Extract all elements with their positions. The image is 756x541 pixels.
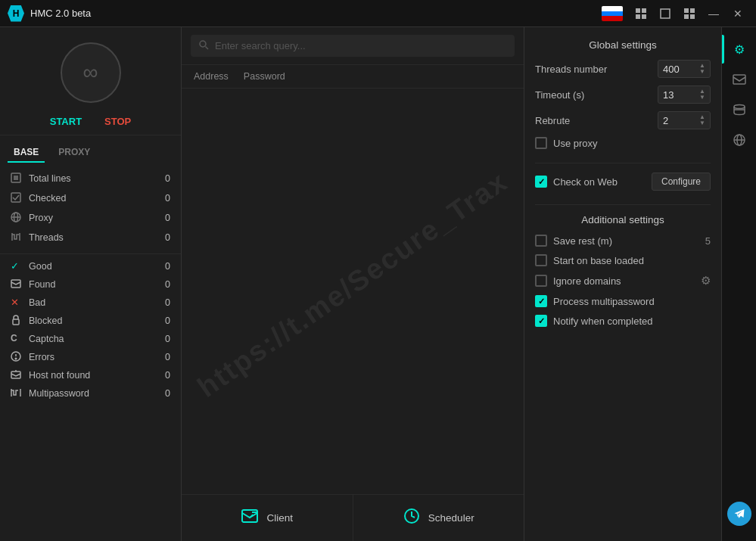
checked-value: 0 [155,193,170,204]
ignore-domains-row: Ignore domains ⚙ [535,274,711,288]
start-on-base-loaded-label[interactable]: Start on base loaded [553,255,644,266]
timeout-down-arrow[interactable]: ▼ [699,95,705,101]
use-proxy-row: Use proxy [535,137,711,149]
ignore-domains-gear-icon[interactable]: ⚙ [701,274,711,288]
active-indicator [722,35,724,64]
scheduler-button[interactable]: Scheduler [353,495,524,541]
host-not-found-icon [11,369,23,381]
result-host-not-found: Host not found 0 [0,366,181,384]
bad-value: 0 [155,297,170,308]
scheduler-label: Scheduler [428,512,474,524]
timeout-input[interactable]: 13 ▲ ▼ [658,86,711,104]
rebrute-value: 2 [663,115,668,126]
telegram-button[interactable] [727,502,751,526]
save-rest-checkbox[interactable] [535,235,547,247]
minimize-btn[interactable]: — [703,3,724,24]
global-settings-title: Global settings [535,39,711,51]
threads-value: 0 [155,232,170,243]
notify-when-completed-row: Notify when completed [535,315,711,327]
threads-icon [11,232,23,244]
svg-rect-19 [11,280,20,288]
threads-down-arrow[interactable]: ▼ [699,69,705,75]
scheduler-icon [403,507,421,529]
svg-rect-5 [684,8,689,13]
captcha-value: 0 [155,334,170,344]
globe-icon[interactable] [725,126,754,154]
threads-number-row: Threads number 400 ▲ ▼ [535,60,711,78]
col-address: Address [194,71,229,82]
threads-label: Threads [29,232,149,243]
process-multipassword-label[interactable]: Process multipassword [553,296,655,307]
save-rest-label[interactable]: Save rest (m) [553,235,612,247]
use-proxy-label[interactable]: Use proxy [553,138,598,149]
check-on-web-label[interactable]: Check on Web [553,176,618,188]
threads-number-label: Threads number [535,64,658,75]
close-btn[interactable]: ✕ [727,3,748,24]
stat-threads: Threads 0 [0,228,181,247]
search-bar [182,27,524,65]
threads-number-input[interactable]: 400 ▲ ▼ [658,60,711,78]
tab-base[interactable]: BASE [8,143,45,163]
process-multipassword-checkbox[interactable] [535,295,547,307]
ignore-domains-label[interactable]: Ignore domains [553,275,621,287]
rebrute-input[interactable]: 2 ▲ ▼ [658,111,711,129]
results-list: ✓ Good 0 Found 0 ✕ Bad 0 [0,254,181,406]
timeout-value: 13 [663,89,674,101]
timeout-arrows: ▲ ▼ [699,89,705,101]
multipassword-icon [11,387,23,400]
svg-rect-0 [636,8,640,13]
center-panel: Address Password https://t.me/Secure_Tra… [182,27,524,541]
found-icon [11,278,23,291]
proxy-value: 0 [155,213,170,223]
process-multipassword-row: Process multipassword [535,295,711,307]
email-icon[interactable] [725,65,754,94]
start-on-base-loaded-checkbox[interactable] [535,254,547,266]
start-stop-buttons: START STOP [50,116,132,127]
check-on-web-checkbox[interactable] [535,176,547,188]
main-layout: ∞ START STOP BASE PROXY [0,27,756,541]
search-icon [198,39,209,52]
captcha-label: Captcha [29,334,149,344]
left-tabs: BASE PROXY [0,135,181,163]
blocked-icon [11,315,23,327]
rebrute-down-arrow[interactable]: ▼ [699,120,705,126]
notify-when-completed-checkbox[interactable] [535,315,547,327]
svg-point-34 [734,105,745,109]
window-btn[interactable] [655,3,676,24]
start-button[interactable]: START [50,116,82,127]
stop-button[interactable]: STOP [104,116,131,127]
icon-rail: ⚙ [721,27,756,541]
bad-icon: ✕ [11,297,23,309]
grid-btn[interactable] [630,3,652,24]
good-value: 0 [155,261,170,272]
rail-bottom [727,502,751,533]
ignore-domains-checkbox[interactable] [535,275,547,287]
errors-value: 0 [155,352,170,362]
settings-icon[interactable]: ⚙ [725,35,754,64]
app-logo: H [8,5,24,22]
search-input[interactable] [215,40,507,51]
divider-2 [535,204,711,205]
divider-1 [535,163,711,163]
stat-total-lines: Total lines 0 [0,169,181,188]
apps-btn[interactable] [679,3,700,24]
errors-label: Errors [29,352,149,362]
database-icon[interactable] [725,95,754,124]
search-input-wrap [191,35,515,57]
result-errors: Errors 0 [0,348,181,366]
use-proxy-checkbox[interactable] [535,137,547,149]
result-multipassword: Multipassword 0 [0,384,181,403]
timeout-row: Timeout (s) 13 ▲ ▼ [535,86,711,104]
notify-when-completed-label[interactable]: Notify when completed [553,316,653,327]
good-icon: ✓ [11,260,23,272]
configure-button[interactable]: Configure [652,173,711,191]
app-title: HMC 2.0 beta [30,8,602,19]
window-controls: — ✕ [602,3,748,24]
titlebar: H HMC 2.0 beta — ✕ [0,0,756,27]
host-not-found-value: 0 [155,370,170,381]
client-button[interactable]: Client [182,495,353,541]
tab-proxy[interactable]: PROXY [52,143,96,163]
svg-rect-1 [642,8,646,13]
language-flag[interactable] [602,6,623,21]
total-lines-label: Total lines [29,173,149,184]
